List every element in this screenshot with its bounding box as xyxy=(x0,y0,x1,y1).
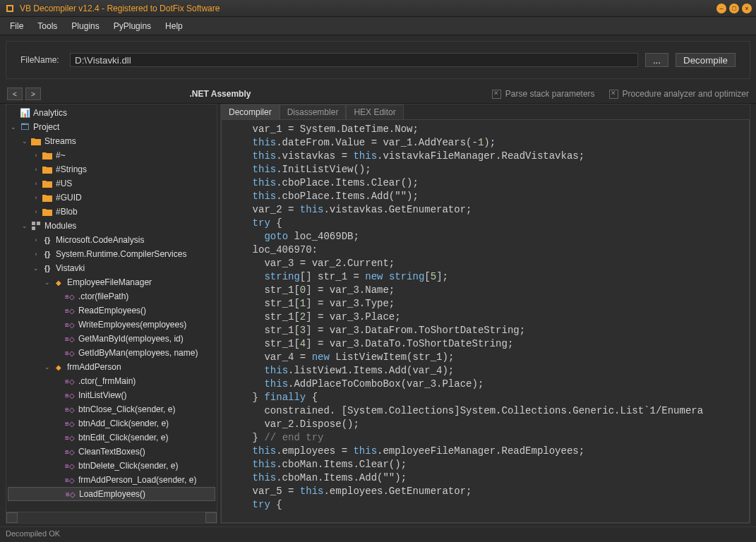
parse-stack-label: Parse stack parameters xyxy=(505,89,595,99)
parse-stack-checkbox[interactable]: Parse stack parameters xyxy=(492,89,595,99)
tree-method[interactable]: ≡◇ btnAdd_Click(sender, e) xyxy=(8,416,215,430)
tree-modules[interactable]: ⌄ Modules xyxy=(8,219,215,233)
expand-icon[interactable]: ⌄ xyxy=(32,265,40,272)
tree-class-empmgr[interactable]: ⌄ ◆ EmployeeFileManager xyxy=(8,275,215,289)
expand-icon[interactable]: ⌄ xyxy=(20,222,29,229)
close-icon[interactable]: × xyxy=(742,4,752,13)
expand-icon[interactable]: ⌄ xyxy=(43,279,52,286)
filename-bar: FileName: ... Decompile xyxy=(6,41,750,79)
expand-icon[interactable]: ⌄ xyxy=(20,138,29,145)
menu-pyplugins[interactable]: PyPlugins xyxy=(107,18,158,34)
namespace-icon: {} xyxy=(42,248,53,260)
tree-analytics[interactable]: 📊 Analytics xyxy=(8,106,215,120)
expand-icon[interactable]: › xyxy=(32,251,40,258)
method-icon: ≡◇ xyxy=(64,418,76,429)
nav-back-button[interactable]: < xyxy=(7,88,23,100)
browse-button[interactable]: ... xyxy=(645,53,668,67)
method-icon: ≡◇ xyxy=(64,333,76,344)
proc-analyzer-label: Procedure analyzer and optimizer xyxy=(623,89,749,99)
decompile-button[interactable]: Decompile xyxy=(676,53,736,67)
menu-plugins[interactable]: Plugins xyxy=(64,18,106,34)
tree-method[interactable]: ≡◇ .ctor(_frmMain) xyxy=(8,374,215,388)
menubar: File Tools Plugins PyPlugins Help xyxy=(0,17,756,35)
status-text: Decompiled OK xyxy=(6,529,60,538)
titlebar: VB Decompiler v12.4 - Registered to DotF… xyxy=(0,0,756,17)
filename-input[interactable] xyxy=(70,53,638,67)
window-title: VB Decompiler v12.4 - Registered to DotF… xyxy=(20,4,716,13)
menu-file[interactable]: File xyxy=(3,18,30,34)
folder-icon xyxy=(42,206,53,217)
method-icon: ≡◇ xyxy=(64,319,76,330)
folder-icon xyxy=(42,178,53,189)
tree-ns-compilerservices[interactable]: › {} System.Runtime.CompilerServices xyxy=(8,247,215,261)
minimize-icon[interactable]: – xyxy=(716,4,726,13)
method-icon: ≡◇ xyxy=(64,291,76,302)
code-view[interactable]: var_1 = System.DateTime.Now; this.dateFr… xyxy=(221,119,750,523)
tree-method[interactable]: ≡◇ CleanTextBoxes() xyxy=(8,445,215,459)
tree-stream-us[interactable]: › #US xyxy=(8,176,215,191)
chart-icon: 📊 xyxy=(19,107,30,119)
maximize-icon[interactable]: □ xyxy=(729,4,739,13)
tree-ns-vistavki[interactable]: ⌄ {} Vistavki xyxy=(8,261,215,275)
method-icon: ≡◇ xyxy=(64,305,76,316)
tree-method[interactable]: ≡◇ GetIdByMan(employees, name) xyxy=(8,346,215,360)
tree-stream-strings[interactable]: › #Strings xyxy=(8,162,215,176)
namespace-icon: {} xyxy=(42,263,53,274)
folder-icon xyxy=(42,192,53,203)
tree-method[interactable]: ≡◇ btnClose_Click(sender, e) xyxy=(8,402,215,416)
tree-method[interactable]: ≡◇ btnDelete_Click(sender, e) xyxy=(8,459,215,473)
expand-icon[interactable]: › xyxy=(32,180,40,187)
tree-method[interactable]: ≡◇ ReadEmployees() xyxy=(8,303,215,318)
folder-icon xyxy=(30,136,42,147)
menu-tools[interactable]: Tools xyxy=(30,18,64,34)
tree-method[interactable]: ≡◇ frmAddPerson_Load(sender, e) xyxy=(8,473,215,487)
method-icon: ≡◇ xyxy=(64,375,76,387)
tree-class-frmaddperson[interactable]: ⌄ ◆ frmAddPerson xyxy=(8,360,215,374)
expand-icon[interactable]: › xyxy=(32,166,40,173)
project-icon: 🗔 xyxy=(19,121,30,133)
tree-method[interactable]: ≡◇ InitListView() xyxy=(8,388,215,402)
method-icon: ≡◇ xyxy=(64,446,76,457)
assembly-type-label: .NET Assembly xyxy=(114,89,326,99)
tree-stream-guid[interactable]: › #GUID xyxy=(8,191,215,205)
proc-analyzer-checkbox[interactable]: Procedure analyzer and optimizer xyxy=(609,89,749,99)
tree-horizontal-scrollbar[interactable] xyxy=(6,512,217,523)
namespace-icon: {} xyxy=(42,234,53,246)
tree-project[interactable]: ⌄ 🗔 Project xyxy=(8,120,215,134)
expand-icon[interactable]: ⌄ xyxy=(9,124,18,131)
method-icon: ≡◇ xyxy=(64,390,76,401)
menu-help[interactable]: Help xyxy=(158,18,190,34)
tree-stream-hash[interactable]: › #~ xyxy=(8,148,215,162)
tree-method[interactable]: ≡◇ WriteEmployees(employees) xyxy=(8,318,215,332)
tab-hex-editor[interactable]: HEX Editor xyxy=(346,104,403,119)
nav-forward-button[interactable]: > xyxy=(25,88,41,100)
checkbox-icon xyxy=(609,90,618,99)
method-icon: ≡◇ xyxy=(65,488,76,500)
tree-method[interactable]: ≡◇ .ctor(filePath) xyxy=(8,289,215,303)
expand-icon[interactable]: › xyxy=(32,194,40,201)
tree-stream-blob[interactable]: › #Blob xyxy=(8,205,215,219)
expand-icon[interactable]: ⌄ xyxy=(43,363,52,371)
filename-label: FileName: xyxy=(20,55,63,65)
tree-ns-codeanalysis[interactable]: › {} Microsoft.CodeAnalysis xyxy=(8,233,215,247)
tree-method[interactable]: ≡◇ GetManById(employees, id) xyxy=(8,332,215,346)
expand-icon[interactable]: › xyxy=(32,208,40,215)
tree-method[interactable]: ≡◇ btnEdit_Click(sender, e) xyxy=(8,430,215,445)
method-icon: ≡◇ xyxy=(64,474,76,486)
expand-icon[interactable]: › xyxy=(32,152,40,159)
method-icon: ≡◇ xyxy=(64,347,76,359)
expand-icon[interactable]: › xyxy=(32,236,40,243)
folder-icon xyxy=(42,164,53,175)
class-icon: ◆ xyxy=(53,361,64,373)
tree-method-selected[interactable]: ≡◇ LoadEmployees() xyxy=(8,487,215,501)
tree-streams[interactable]: ⌄ Streams xyxy=(8,134,215,148)
statusbar: Decompiled OK xyxy=(0,526,756,542)
tab-decompiler[interactable]: Decompiler xyxy=(221,104,280,119)
scroll-right-icon[interactable] xyxy=(205,512,217,523)
tab-disassembler[interactable]: Disassembler xyxy=(280,104,347,119)
infobar: < > .NET Assembly Parse stack parameters… xyxy=(0,85,756,104)
code-panel: Decompiler Disassembler HEX Editor var_1… xyxy=(220,104,750,524)
code-tabs: Decompiler Disassembler HEX Editor xyxy=(221,104,750,119)
scroll-left-icon[interactable] xyxy=(6,512,18,523)
project-tree[interactable]: 📊 Analytics ⌄ 🗔 Project ⌄ Streams › #~ › xyxy=(6,104,217,512)
